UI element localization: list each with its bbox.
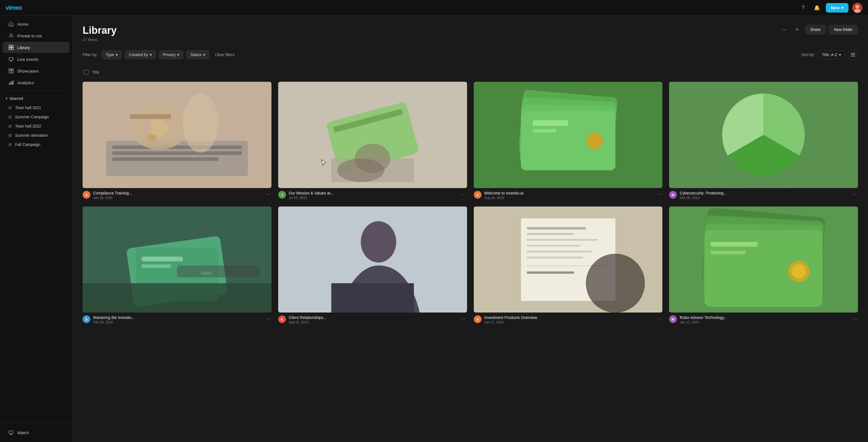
sidebar-item-label: Library [17,45,30,50]
svg-rect-6 [9,48,11,50]
showcases-icon [8,68,14,74]
video-card[interactable]: M Robo-Advisor Technology... Jan 11, 202… [669,207,858,324]
sidebar-item-watch[interactable]: Watch [3,427,69,438]
video-more-button[interactable]: ··· [656,191,662,198]
video-more-button[interactable]: ··· [460,315,467,322]
video-avatar: A [474,315,482,323]
page-subtitle: 17 items [83,37,117,42]
video-card[interactable]: A Compliance Training... Jan 19, 2024 ··… [83,82,272,200]
sidebar-item-live-events[interactable]: Live events [3,54,69,65]
page-title-section: Library 17 items [83,25,117,42]
video-more-button[interactable]: ··· [265,315,272,322]
svg-rect-11 [11,69,13,70]
svg-point-28 [183,93,218,152]
folder-icon: ⊞ [8,115,12,119]
svg-rect-14 [9,83,10,85]
list-view-button[interactable] [848,50,858,60]
video-card[interactable]: J Our Mission & Values at... Jul 05, 202… [278,82,467,200]
video-title: Welcome to Investio.ai [484,191,653,195]
svg-text:M: M [672,193,674,197]
svg-rect-26 [112,157,218,161]
video-avatar: J [278,191,286,199]
video-title: Investment Products Overview [484,315,653,320]
svg-rect-13 [11,70,13,73]
sidebar-item-analytics[interactable]: Analytics [3,77,69,88]
sidebar-item-label: Private to me [17,33,42,38]
video-info: Welcome to Investio.ai Aug 18, 2024 [484,191,653,200]
svg-rect-90 [710,251,746,254]
sidebar-item-library[interactable]: Library [3,42,69,53]
sidebar-item-label: Watch [17,430,29,435]
starred-item-summer-animation[interactable]: ⊞ Summer animation [3,131,69,140]
svg-rect-15 [10,82,11,85]
svg-rect-20 [851,55,855,55]
avatar[interactable] [852,3,862,13]
video-more-button[interactable]: ··· [460,191,467,198]
video-info: Compliance Training... Jan 19, 2024 [93,191,262,200]
topbar-actions: ? 🔔 New ▾ [798,3,862,13]
starred-item-town-hall-2021[interactable]: ⊞ Town hall 2021 [3,103,69,112]
svg-point-30 [150,119,168,136]
video-thumbnail [669,82,858,188]
select-all-checkbox[interactable] [84,70,89,75]
table-header: Title [83,67,858,77]
video-card[interactable]: A Welcome to Investio.ai Aug 18, 2024 ··… [474,82,663,200]
video-more-button[interactable]: ··· [851,191,858,198]
starred-item-label: Fall Campaign [15,142,40,147]
video-date: Jan 17, 2024 [484,320,653,324]
video-meta: A Welcome to Investio.ai Aug 18, 2024 ··… [474,191,663,200]
video-title: Mastering the Investio... [93,315,262,320]
video-grid: A Compliance Training... Jan 19, 2024 ··… [83,82,858,324]
sidebar-item-private[interactable]: Private to me [3,30,69,41]
video-thumbnail [474,207,663,313]
video-avatar: M [669,315,677,323]
svg-text:A: A [476,193,479,197]
folder-icon: ⊞ [8,142,12,147]
video-card[interactable]: M Cybersecurity: Protecting... Dec 05, 2… [669,82,858,200]
starred-item-fall-campaign[interactable]: ⊞ Fall Campaign [3,140,69,149]
svg-rect-8 [9,58,13,60]
new-folder-button[interactable]: New folder [829,25,858,34]
video-date: Jan 11, 2024 [680,320,849,324]
sidebar-item-label: Live events [17,57,38,62]
created-by-filter-button[interactable]: Created by ▾ [125,50,156,59]
status-filter-button[interactable]: Status ▾ [186,50,209,59]
notifications-button[interactable]: 🔔 [812,3,822,13]
sort-section: Sort by: Title, A-Z ▾ [801,50,858,60]
sidebar-item-home[interactable]: Home [3,19,69,30]
more-options-button[interactable]: ··· [779,25,789,35]
help-button[interactable]: ? [798,3,808,13]
video-card[interactable]: A Investment Products Overview Jan 17, 2… [474,207,663,324]
sidebar-item-label: Home [17,22,28,27]
clear-filters-button[interactable]: Clear filters [212,51,238,59]
library-icon [8,45,14,50]
video-card[interactable]: S Mastering the Investio... Feb 20, 2024… [83,207,272,324]
new-button[interactable]: New ▾ [826,3,848,12]
live-events-icon [8,56,14,62]
video-meta: K Client Relationships... Sep 02, 2023 ·… [278,315,467,324]
type-filter-button[interactable]: Type ▾ [101,50,122,59]
video-more-button[interactable]: ··· [265,191,272,198]
video-meta: J Our Mission & Values at... Jul 05, 202… [278,191,467,200]
privacy-filter-button[interactable]: Privacy ▾ [159,50,184,59]
starred-item-summer-campaign[interactable]: ⊞ Summer Campaign [3,113,69,121]
video-more-button[interactable]: ··· [851,315,858,322]
chevron-down-icon: ▾ [116,53,118,57]
video-avatar: A [83,191,90,199]
svg-rect-61 [83,283,272,313]
svg-point-3 [10,34,12,36]
svg-rect-10 [9,69,11,70]
svg-rect-74 [527,233,574,235]
vimeo-logo: vimeo [6,4,22,11]
sort-button[interactable]: Title, A-Z ▾ [818,50,845,59]
video-more-button[interactable]: ··· [656,315,662,322]
share-button[interactable]: Share [805,25,826,34]
add-button[interactable]: + [792,25,802,35]
starred-header[interactable]: ▾ Starred [0,94,72,103]
chevron-down-icon: ▾ [150,53,152,57]
svg-text:S: S [85,318,88,321]
video-date: Jul 05, 2023 [289,196,458,200]
starred-item-town-hall-2022[interactable]: ⊞ Town hall 2022 [3,122,69,131]
sidebar-item-showcases[interactable]: Showcases [3,65,69,76]
video-card[interactable]: K Client Relationships... Sep 02, 2023 ·… [278,207,467,324]
